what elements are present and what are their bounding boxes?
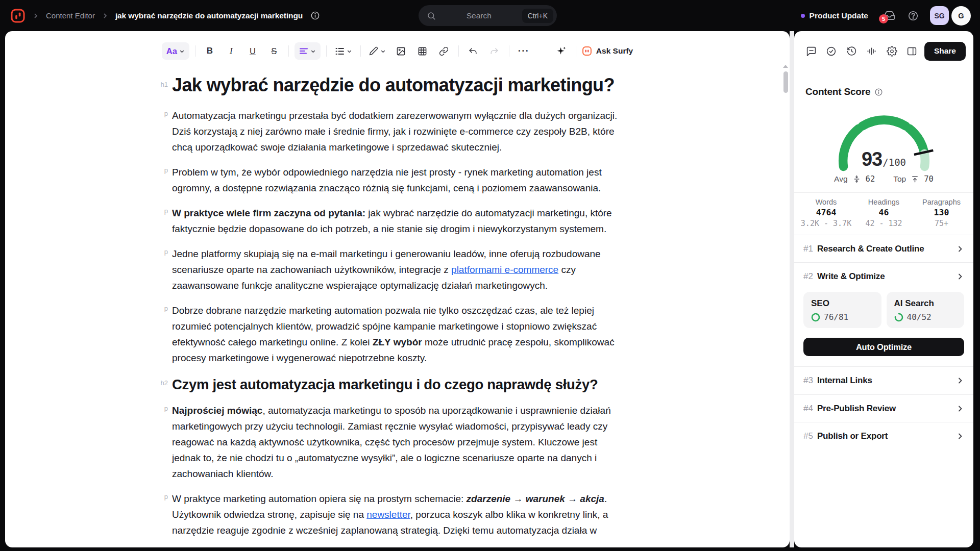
chevron-down-icon <box>310 48 316 54</box>
step-research-create-outline[interactable]: #1 Research & Create Outline <box>794 235 973 262</box>
audio-readability-button[interactable] <box>864 42 879 60</box>
top-value: 70 <box>924 174 934 184</box>
content-score-denominator: /100 <box>883 157 906 168</box>
notifications-inbox-button[interactable]: 5 <box>884 10 895 21</box>
top-label: Top <box>893 174 906 184</box>
surfer-logo-icon[interactable] <box>10 8 26 23</box>
align-button[interactable] <box>295 42 321 60</box>
content-score-gauge: 93 /100 <box>831 106 937 171</box>
editor-text-p[interactable]: Jedne platformy skupiają się na e-mail m… <box>172 246 620 293</box>
editor-text-p[interactable]: Dobrze dobrane narzędzie marketing autom… <box>172 303 620 366</box>
comments-button[interactable] <box>803 42 819 60</box>
avg-icon <box>853 175 861 183</box>
help-button[interactable] <box>908 10 919 21</box>
editor-text-p[interactable]: Automatyzacja marketingu przestała być d… <box>172 108 620 155</box>
inline-link[interactable]: newsletter <box>366 509 410 520</box>
step-write-optimize[interactable]: #2 Write & Optimize <box>794 262 973 290</box>
layout-panel-button[interactable] <box>904 42 919 60</box>
strikethrough-button[interactable]: S <box>265 42 283 60</box>
editor-block-p: pJedne platformy skupiają się na e-mail … <box>172 246 620 293</box>
chevron-down-icon <box>179 48 185 54</box>
share-button[interactable]: Share <box>924 42 966 61</box>
editor-text-h1[interactable]: Jak wybrać narzędzie do automatyzacji ma… <box>172 74 620 96</box>
editor-text-h2[interactable]: Czym jest automatyzacja marketingu i do … <box>172 375 620 394</box>
panel-seam <box>790 31 794 547</box>
search-placeholder: Search <box>436 11 522 20</box>
underline-button[interactable]: U <box>244 42 261 60</box>
list-button[interactable] <box>332 42 355 60</box>
seo-score-card[interactable]: SEO 76/81 <box>803 292 881 328</box>
top-icon <box>911 175 919 183</box>
topbar: Content Editor jak wybrać narzędzie do a… <box>0 0 980 31</box>
scroll-up-arrow[interactable] <box>783 65 788 68</box>
block-type-label: p <box>155 248 168 256</box>
editor-block-h1: h1Jak wybrać narzędzie do automatyzacji … <box>172 74 620 96</box>
chevron-right-icon <box>956 377 964 385</box>
editor-block-p: pAutomatyzacja marketingu przestała być … <box>172 108 620 155</box>
editor-block-p: pW praktyce marketing automation opiera … <box>172 491 620 538</box>
document-title[interactable]: jak wybrać narzędzie do automatyzacji ma… <box>115 11 303 20</box>
chevron-down-icon <box>380 48 386 54</box>
settings-gear-button[interactable] <box>884 42 899 60</box>
step-internal-links[interactable]: #3 Internal Links <box>794 367 973 394</box>
editor-panel: Aa B I U S <box>5 31 790 547</box>
editor-text-p[interactable]: W praktyce marketing automation opiera s… <box>172 491 620 538</box>
step-publish-export[interactable]: #5 Publish or Export <box>794 422 973 449</box>
avatar-g[interactable]: G <box>951 6 971 26</box>
product-update-link[interactable]: Product Update <box>810 11 868 20</box>
bold-button[interactable]: B <box>201 42 218 60</box>
optimize-section: SEO 76/81 AI Search <box>794 290 973 367</box>
editor-scrollbar[interactable] <box>783 65 788 93</box>
stat-paragraphs: Paragraphs 130 75+ <box>913 198 970 228</box>
search-shortcut-badge: Ctrl+K <box>522 9 553 23</box>
chevron-right-icon <box>102 12 109 19</box>
search-input[interactable]: Search Ctrl+K <box>419 5 557 26</box>
editor-block-h2: h2Czym jest automatyzacja marketingu i d… <box>172 375 620 394</box>
redo-button[interactable] <box>486 42 503 60</box>
product-update-dot <box>801 14 805 18</box>
document-stats: Words 4764 3.2K - 3.7K Headings 46 42 - … <box>794 192 973 235</box>
ask-surfy-label: Ask Surfy <box>596 46 633 56</box>
breadcrumb-content-editor[interactable]: Content Editor <box>46 11 95 20</box>
editor-block-p: pDobrze dobrane narzędzie marketing auto… <box>172 303 620 366</box>
ai-search-score-card[interactable]: AI Search 40/52 <box>887 292 965 328</box>
editor-toolbar: Aa B I U S <box>5 31 790 71</box>
highlight-pen-button[interactable] <box>366 42 388 60</box>
align-left-icon <box>299 46 308 56</box>
inline-link[interactable]: platformami e-commerce <box>451 264 558 275</box>
editor-text-p[interactable]: Problem w tym, że wybór odpowiedniego na… <box>172 164 620 196</box>
block-type-label: p <box>155 405 168 412</box>
step-pre-publish-review[interactable]: #4 Pre-Publish Review <box>794 394 973 422</box>
tasks-check-button[interactable] <box>823 42 839 60</box>
block-type-label: p <box>155 207 168 215</box>
insert-table-button[interactable] <box>414 42 431 60</box>
sidebar-panel: Share Content Score 93 /100 <box>794 31 973 547</box>
chevron-right-icon <box>956 245 964 253</box>
ask-surfy-button[interactable]: Ask Surfy <box>582 46 633 56</box>
italic-button[interactable]: I <box>223 42 240 60</box>
info-icon[interactable] <box>874 88 883 96</box>
notification-count-badge: 5 <box>879 14 888 23</box>
insert-image-button[interactable] <box>393 42 410 60</box>
font-style-button[interactable]: Aa <box>162 42 189 60</box>
more-options-button[interactable]: ··· <box>515 42 532 60</box>
undo-button[interactable] <box>464 42 482 60</box>
auto-optimize-button[interactable]: Auto Optimize <box>803 338 964 356</box>
editor-content[interactable]: h1Jak wybrać narzędzie do automatyzacji … <box>5 71 790 538</box>
ai-progress-ring-icon <box>894 313 903 322</box>
editor-text-p[interactable]: Najprościej mówiąc, automatyzacja market… <box>172 403 620 482</box>
history-button[interactable] <box>844 42 859 60</box>
ordered-list-icon <box>335 46 345 56</box>
avatar-sg[interactable]: SG <box>930 6 949 25</box>
block-type-label: p <box>155 305 168 312</box>
score-benchmarks: Avg 62 Top 70 <box>803 174 964 184</box>
avg-value: 62 <box>866 174 875 184</box>
editor-text-p[interactable]: W praktyce wiele firm zaczyna od pytania… <box>172 205 620 237</box>
chevron-right-icon <box>32 12 39 19</box>
seo-progress-ring-icon <box>811 313 820 322</box>
content-score-value: 93 <box>862 148 882 170</box>
scrollbar-thumb[interactable] <box>783 71 788 93</box>
ai-sparkle-button[interactable] <box>553 42 570 60</box>
info-icon[interactable] <box>310 11 320 20</box>
insert-link-button[interactable] <box>435 42 453 60</box>
